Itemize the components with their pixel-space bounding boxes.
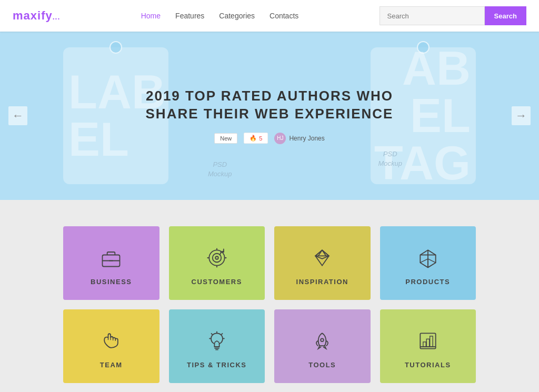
hero-title-line1: 2019 TOP RATED AUTHORS WHO — [146, 88, 393, 104]
cube-icon — [415, 245, 441, 270]
logo-text: maxify — [13, 9, 53, 22]
svg-marker-7 — [315, 250, 329, 259]
category-tutorials[interactable]: TUTORIALS — [380, 309, 476, 383]
author-info: HJ Henry Jones — [274, 133, 324, 144]
svg-point-5 — [215, 256, 218, 259]
nav-features[interactable]: Features — [175, 12, 204, 20]
category-team[interactable]: TEAM — [63, 309, 159, 383]
inspiration-label: INSPIRATION — [296, 278, 348, 286]
tips-label: TIPS & TRICKS — [187, 361, 246, 369]
hand-icon — [98, 328, 124, 354]
products-label: PRODUCTS — [405, 278, 450, 286]
nav-home[interactable]: Home — [141, 12, 161, 20]
chart-icon — [415, 328, 441, 354]
target-icon — [204, 245, 229, 270]
header: maxify... Home Features Categories Conta… — [0, 0, 539, 32]
fire-icon: 🔥 — [249, 135, 257, 142]
likes-badge[interactable]: 🔥 5 — [244, 133, 268, 144]
search-input[interactable] — [380, 6, 485, 25]
svg-line-23 — [221, 333, 223, 335]
category-tips[interactable]: TIPS & TRICKS — [169, 309, 265, 383]
diamond-icon — [310, 245, 335, 270]
author-avatar: HJ — [274, 133, 286, 144]
briefcase-icon — [98, 245, 124, 270]
rocket-icon — [310, 328, 335, 354]
hero-title-line2: SHARE THEIR WEB EXPERIENCE — [146, 106, 394, 122]
logo: maxify... — [13, 9, 60, 23]
hero-next-arrow[interactable]: → — [512, 106, 531, 125]
category-products[interactable]: PRODUCTS — [380, 226, 476, 300]
svg-line-24 — [211, 333, 213, 335]
svg-rect-30 — [430, 336, 433, 346]
hero-title: 2019 TOP RATED AUTHORS WHO SHARE THEIR W… — [146, 87, 394, 123]
author-name: Henry Jones — [289, 135, 324, 142]
lightbulb-icon — [204, 328, 229, 354]
nav-categories[interactable]: Categories — [219, 12, 255, 20]
category-customers[interactable]: CUSTOMERS — [169, 226, 265, 300]
nav-contacts[interactable]: Contacts — [270, 12, 298, 20]
bg-text-ab: AB — [374, 45, 471, 92]
category-inspiration[interactable]: INSPIRATION — [274, 226, 371, 300]
category-business[interactable]: BUSINESS — [63, 226, 159, 300]
svg-line-14 — [420, 258, 428, 262]
customers-label: CUSTOMERS — [192, 278, 242, 286]
hero-center: 2019 TOP RATED AUTHORS WHO SHARE THEIR W… — [146, 87, 394, 144]
hero-prev-arrow[interactable]: ← — [8, 106, 27, 125]
main-nav: Home Features Categories Contacts — [141, 12, 299, 20]
new-badge: New — [214, 133, 237, 144]
search-container: Search — [380, 6, 526, 25]
category-grid: BUSINESS CUSTOMERS — [63, 226, 476, 383]
psd-label-right: PSDMockup — [378, 149, 402, 168]
svg-marker-6 — [315, 250, 329, 265]
hero-meta: New 🔥 5 HJ Henry Jones — [214, 133, 325, 144]
business-label: BUSINESS — [91, 278, 132, 286]
team-label: TEAM — [100, 361, 123, 369]
category-section: BUSINESS CUSTOMERS — [0, 200, 539, 392]
hero-section: LAB EL AB EL TAG PSDMockup PSDMockup 201… — [0, 32, 539, 200]
svg-rect-29 — [426, 339, 430, 347]
search-button[interactable]: Search — [485, 6, 526, 25]
logo-dots: ... — [53, 13, 61, 21]
svg-point-25 — [321, 338, 324, 341]
svg-line-15 — [428, 258, 436, 262]
tutorials-label: TUTORIALS — [405, 361, 451, 369]
svg-rect-28 — [423, 341, 426, 346]
psd-label-left: PSDMockup — [208, 160, 232, 179]
tools-label: TOOLS — [308, 361, 336, 369]
category-tools[interactable]: TOOLS — [274, 309, 371, 383]
likes-count: 5 — [259, 135, 262, 142]
